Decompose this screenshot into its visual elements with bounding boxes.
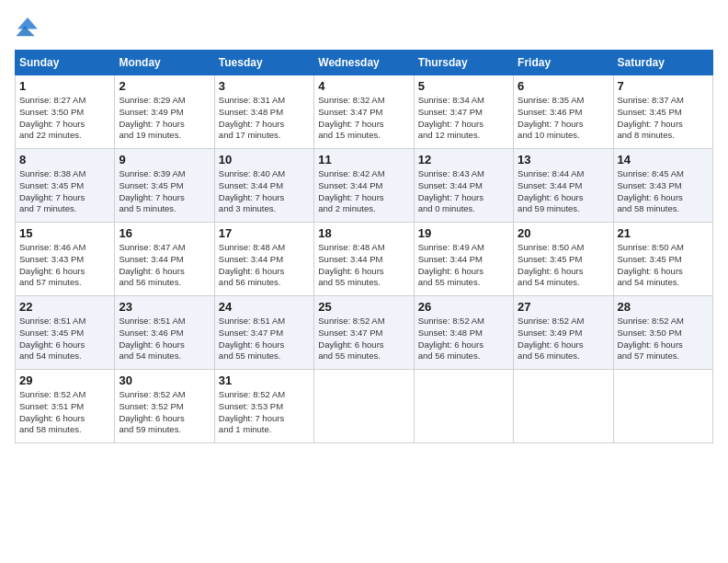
day-number: 8 — [19, 153, 110, 167]
day-number: 18 — [318, 226, 409, 240]
header-row: SundayMondayTuesdayWednesdayThursdayFrid… — [16, 51, 713, 75]
day-number: 14 — [618, 153, 709, 167]
cell-content: Sunrise: 8:51 AM Sunset: 3:46 PM Dayligh… — [119, 316, 210, 362]
calendar-cell: 23Sunrise: 8:51 AM Sunset: 3:46 PM Dayli… — [115, 296, 214, 370]
day-number: 6 — [518, 79, 609, 93]
cell-content: Sunrise: 8:52 AM Sunset: 3:50 PM Dayligh… — [618, 316, 709, 362]
calendar-cell: 29Sunrise: 8:52 AM Sunset: 3:51 PM Dayli… — [16, 370, 115, 443]
day-number: 7 — [618, 79, 709, 93]
day-number: 15 — [19, 226, 110, 240]
col-header-wednesday: Wednesday — [314, 51, 414, 75]
day-number: 12 — [418, 153, 509, 167]
calendar-cell: 31Sunrise: 8:52 AM Sunset: 3:53 PM Dayli… — [214, 370, 313, 443]
day-number: 21 — [618, 226, 709, 240]
calendar-cell: 25Sunrise: 8:52 AM Sunset: 3:47 PM Dayli… — [314, 296, 414, 370]
cell-content: Sunrise: 8:52 AM Sunset: 3:48 PM Dayligh… — [418, 316, 509, 362]
cell-content: Sunrise: 8:52 AM Sunset: 3:53 PM Dayligh… — [219, 389, 310, 436]
calendar-cell: 11Sunrise: 8:42 AM Sunset: 3:44 PM Dayli… — [314, 149, 414, 223]
calendar-cell: 16Sunrise: 8:47 AM Sunset: 3:44 PM Dayli… — [115, 223, 214, 296]
calendar-cell: 12Sunrise: 8:43 AM Sunset: 3:44 PM Dayli… — [414, 149, 513, 223]
col-header-thursday: Thursday — [414, 51, 513, 75]
cell-content: Sunrise: 8:34 AM Sunset: 3:47 PM Dayligh… — [418, 95, 509, 142]
calendar-cell: 18Sunrise: 8:48 AM Sunset: 3:44 PM Dayli… — [314, 223, 414, 296]
cell-content: Sunrise: 8:35 AM Sunset: 3:46 PM Dayligh… — [518, 95, 609, 142]
cell-content: Sunrise: 8:52 AM Sunset: 3:51 PM Dayligh… — [19, 389, 110, 436]
day-number: 17 — [219, 226, 310, 240]
calendar-cell: 19Sunrise: 8:49 AM Sunset: 3:44 PM Dayli… — [414, 223, 513, 296]
cell-content: Sunrise: 8:52 AM Sunset: 3:47 PM Dayligh… — [318, 316, 409, 362]
day-number: 31 — [219, 373, 310, 387]
day-number: 13 — [518, 153, 609, 167]
calendar-cell — [613, 370, 712, 443]
calendar-cell — [514, 370, 613, 443]
cell-content: Sunrise: 8:48 AM Sunset: 3:44 PM Dayligh… — [318, 242, 409, 289]
cell-content: Sunrise: 8:39 AM Sunset: 3:45 PM Dayligh… — [119, 168, 210, 215]
calendar-cell: 24Sunrise: 8:51 AM Sunset: 3:47 PM Dayli… — [214, 296, 313, 370]
calendar-cell: 21Sunrise: 8:50 AM Sunset: 3:45 PM Dayli… — [613, 223, 712, 296]
cell-content: Sunrise: 8:52 AM Sunset: 3:52 PM Dayligh… — [119, 389, 210, 436]
calendar-cell: 6Sunrise: 8:35 AM Sunset: 3:46 PM Daylig… — [514, 75, 613, 149]
calendar-cell: 22Sunrise: 8:51 AM Sunset: 3:45 PM Dayli… — [16, 296, 115, 370]
col-header-monday: Monday — [115, 51, 214, 75]
cell-content: Sunrise: 8:32 AM Sunset: 3:47 PM Dayligh… — [318, 95, 409, 142]
cell-content: Sunrise: 8:49 AM Sunset: 3:44 PM Dayligh… — [418, 242, 509, 289]
day-number: 9 — [119, 153, 210, 167]
cell-content: Sunrise: 8:48 AM Sunset: 3:44 PM Dayligh… — [219, 242, 310, 289]
calendar-cell: 30Sunrise: 8:52 AM Sunset: 3:52 PM Dayli… — [115, 370, 214, 443]
cell-content: Sunrise: 8:38 AM Sunset: 3:45 PM Dayligh… — [19, 168, 110, 215]
col-header-friday: Friday — [514, 51, 613, 75]
calendar-cell: 3Sunrise: 8:31 AM Sunset: 3:48 PM Daylig… — [214, 75, 313, 149]
day-number: 26 — [418, 300, 509, 314]
cell-content: Sunrise: 8:51 AM Sunset: 3:47 PM Dayligh… — [219, 316, 310, 362]
cell-content: Sunrise: 8:45 AM Sunset: 3:43 PM Dayligh… — [618, 168, 709, 215]
day-number: 1 — [19, 79, 110, 93]
calendar-cell: 17Sunrise: 8:48 AM Sunset: 3:44 PM Dayli… — [214, 223, 313, 296]
cell-content: Sunrise: 8:50 AM Sunset: 3:45 PM Dayligh… — [518, 242, 609, 289]
calendar-cell: 13Sunrise: 8:44 AM Sunset: 3:44 PM Dayli… — [514, 149, 613, 223]
calendar-cell: 2Sunrise: 8:29 AM Sunset: 3:49 PM Daylig… — [115, 75, 214, 149]
day-number: 10 — [219, 153, 310, 167]
cell-content: Sunrise: 8:52 AM Sunset: 3:49 PM Dayligh… — [518, 316, 609, 362]
day-number: 25 — [318, 300, 409, 314]
calendar-cell: 8Sunrise: 8:38 AM Sunset: 3:45 PM Daylig… — [16, 149, 115, 223]
cell-content: Sunrise: 8:51 AM Sunset: 3:45 PM Dayligh… — [19, 316, 110, 362]
day-number: 4 — [318, 79, 409, 93]
calendar-cell: 20Sunrise: 8:50 AM Sunset: 3:45 PM Dayli… — [514, 223, 613, 296]
page-header — [15, 15, 713, 40]
cell-content: Sunrise: 8:40 AM Sunset: 3:44 PM Dayligh… — [219, 168, 310, 215]
calendar-cell: 28Sunrise: 8:52 AM Sunset: 3:50 PM Dayli… — [613, 296, 712, 370]
day-number: 3 — [219, 79, 310, 93]
calendar-cell: 5Sunrise: 8:34 AM Sunset: 3:47 PM Daylig… — [414, 75, 513, 149]
svg-marker-0 — [17, 17, 38, 29]
col-header-tuesday: Tuesday — [214, 51, 313, 75]
cell-content: Sunrise: 8:47 AM Sunset: 3:44 PM Dayligh… — [119, 242, 210, 289]
day-number: 16 — [119, 226, 210, 240]
calendar-cell: 27Sunrise: 8:52 AM Sunset: 3:49 PM Dayli… — [514, 296, 613, 370]
calendar-cell — [314, 370, 414, 443]
col-header-sunday: Sunday — [16, 51, 115, 75]
calendar-cell: 15Sunrise: 8:46 AM Sunset: 3:43 PM Dayli… — [16, 223, 115, 296]
logo-icon — [15, 15, 40, 40]
logo — [15, 15, 44, 40]
day-number: 11 — [318, 153, 409, 167]
cell-content: Sunrise: 8:44 AM Sunset: 3:44 PM Dayligh… — [518, 168, 609, 215]
calendar-table: SundayMondayTuesdayWednesdayThursdayFrid… — [15, 50, 713, 443]
calendar-cell — [414, 370, 513, 443]
calendar-cell: 4Sunrise: 8:32 AM Sunset: 3:47 PM Daylig… — [314, 75, 414, 149]
calendar-cell: 26Sunrise: 8:52 AM Sunset: 3:48 PM Dayli… — [414, 296, 513, 370]
cell-content: Sunrise: 8:27 AM Sunset: 3:50 PM Dayligh… — [19, 95, 110, 142]
cell-content: Sunrise: 8:46 AM Sunset: 3:43 PM Dayligh… — [19, 242, 110, 289]
day-number: 27 — [518, 300, 609, 314]
day-number: 30 — [119, 373, 210, 387]
day-number: 5 — [418, 79, 509, 93]
cell-content: Sunrise: 8:37 AM Sunset: 3:45 PM Dayligh… — [618, 95, 709, 142]
calendar-cell: 9Sunrise: 8:39 AM Sunset: 3:45 PM Daylig… — [115, 149, 214, 223]
cell-content: Sunrise: 8:31 AM Sunset: 3:48 PM Dayligh… — [219, 95, 310, 142]
calendar-cell: 7Sunrise: 8:37 AM Sunset: 3:45 PM Daylig… — [613, 75, 712, 149]
calendar-cell: 10Sunrise: 8:40 AM Sunset: 3:44 PM Dayli… — [214, 149, 313, 223]
day-number: 28 — [618, 300, 709, 314]
day-number: 20 — [518, 226, 609, 240]
day-number: 2 — [119, 79, 210, 93]
cell-content: Sunrise: 8:50 AM Sunset: 3:45 PM Dayligh… — [618, 242, 709, 289]
calendar-cell: 14Sunrise: 8:45 AM Sunset: 3:43 PM Dayli… — [613, 149, 712, 223]
